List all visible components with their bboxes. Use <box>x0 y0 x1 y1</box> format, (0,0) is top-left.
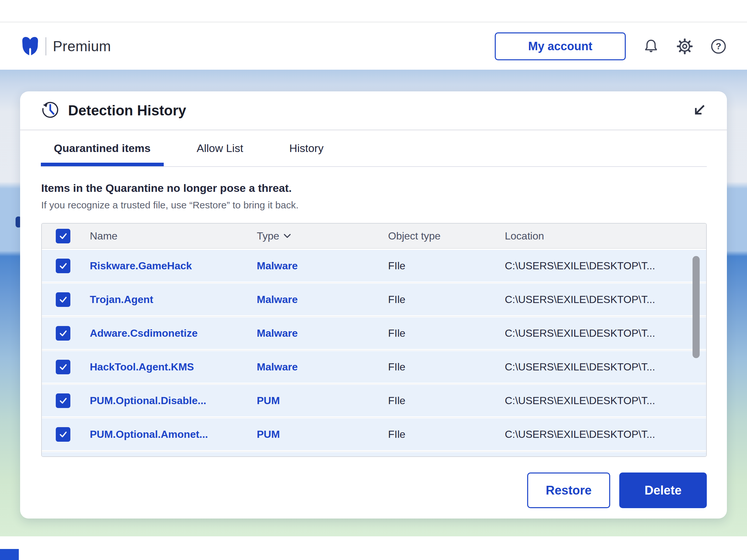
brand-divider <box>45 37 46 55</box>
table-header-row: Name Type Object type Location <box>42 223 706 248</box>
tab-quarantined-items[interactable]: Quarantined items <box>41 130 164 166</box>
detection-history-panel: Detection History Quarantined items Allo… <box>20 91 727 518</box>
row-checkbox[interactable] <box>56 326 70 341</box>
row-checkbox[interactable] <box>56 292 70 307</box>
svg-text:?: ? <box>716 41 721 51</box>
history-clock-icon <box>41 101 60 121</box>
object-type: FIle <box>388 361 505 373</box>
file-location: C:\USERS\EXILE\DESKTOP\T... <box>505 395 706 407</box>
notifications-bell-icon[interactable] <box>643 38 660 55</box>
threat-name-link[interactable]: PUM.Optional.Disable... <box>90 395 257 407</box>
threat-type: PUM <box>257 395 388 407</box>
malwarebytes-logo-icon <box>21 36 39 57</box>
object-type: FIle <box>388 428 505 441</box>
object-type: FIle <box>388 260 505 272</box>
threat-name-link[interactable]: HackTool.Agent.KMS <box>90 361 257 373</box>
table-row[interactable]: Trojan.Agent Malware FIle C:\USERS\EXILE… <box>42 284 706 315</box>
threat-name-link[interactable]: PUM.Optional.Amonet... <box>90 428 257 441</box>
panel-header: Detection History <box>20 91 727 130</box>
app-header: Premium My account <box>0 23 747 70</box>
threat-name-link[interactable]: Trojan.Agent <box>90 294 257 305</box>
quarantine-table: Name Type Object type Location Riskware.… <box>41 223 707 457</box>
threat-type: Malware <box>257 294 388 305</box>
file-location: C:\USERS\EXILE\DESKTOP\T... <box>505 294 706 305</box>
column-header-object-type: Object type <box>388 230 505 242</box>
column-header-type[interactable]: Type <box>257 230 388 242</box>
threat-type: PUM <box>257 428 388 441</box>
bottom-left-accent-bar <box>0 549 19 560</box>
row-checkbox[interactable] <box>56 259 70 273</box>
file-location: C:\USERS\EXILE\DESKTOP\T... <box>505 260 706 272</box>
settings-gear-icon[interactable] <box>676 38 693 55</box>
row-checkbox[interactable] <box>56 427 70 442</box>
row-checkbox[interactable] <box>56 360 70 374</box>
threat-name-link[interactable]: Adware.Csdimonetize <box>90 327 257 339</box>
table-row[interactable]: HackTool.Agent.KMS Malware FIle C:\USERS… <box>42 351 706 383</box>
header-controls: My account <box>495 23 727 70</box>
column-header-location: Location <box>505 230 706 242</box>
tab-allow-list[interactable]: Allow List <box>184 130 256 166</box>
threat-name-link[interactable]: Riskware.GameHack <box>90 260 257 272</box>
brand-name: Premium <box>53 38 111 54</box>
table-body: Riskware.GameHack Malware FIle C:\USERS\… <box>42 248 706 450</box>
delete-button[interactable]: Delete <box>619 473 707 508</box>
table-scrollbar-thumb[interactable] <box>693 256 700 358</box>
table-row[interactable]: PUM.Optional.Disable... PUM FIle C:\USER… <box>42 385 706 417</box>
file-location: C:\USERS\EXILE\DESKTOP\T... <box>505 327 706 339</box>
table-row[interactable]: Riskware.GameHack Malware FIle C:\USERS\… <box>42 250 706 282</box>
threat-type: Malware <box>257 361 388 373</box>
help-question-icon[interactable]: ? <box>710 38 727 55</box>
partial-row <box>42 452 706 456</box>
quarantine-description-primary: Items in the Quarantine no longer pose a… <box>41 182 727 194</box>
table-row[interactable]: Adware.Csdimonetize Malware FIle C:\USER… <box>42 317 706 349</box>
quarantine-description-secondary: If you recognize a trusted file, use “Re… <box>41 199 727 211</box>
app-window: Premium My account <box>0 0 747 560</box>
file-location: C:\USERS\EXILE\DESKTOP\T... <box>505 361 706 373</box>
restore-button[interactable]: Restore <box>527 473 610 508</box>
tab-bar: Quarantined items Allow List History <box>41 130 707 167</box>
chevron-down-icon <box>284 234 291 238</box>
collapse-arrow-icon[interactable] <box>691 103 707 118</box>
threat-type: Malware <box>257 327 388 339</box>
panel-title: Detection History <box>68 102 186 118</box>
object-type: FIle <box>388 327 505 339</box>
object-type: FIle <box>388 395 505 407</box>
select-all-checkbox[interactable] <box>56 229 70 243</box>
tab-history[interactable]: History <box>276 130 337 166</box>
my-account-button[interactable]: My account <box>495 32 626 60</box>
row-checkbox[interactable] <box>56 394 70 408</box>
threat-type: Malware <box>257 260 388 272</box>
browser-top-strip <box>0 0 747 22</box>
brand: Premium <box>21 36 111 57</box>
column-header-name: Name <box>90 230 257 242</box>
object-type: FIle <box>388 294 505 305</box>
table-row[interactable]: PUM.Optional.Amonet... PUM FIle C:\USERS… <box>42 418 706 450</box>
panel-footer: Restore Delete <box>20 473 707 508</box>
file-location: C:\USERS\EXILE\DESKTOP\T... <box>505 428 706 441</box>
